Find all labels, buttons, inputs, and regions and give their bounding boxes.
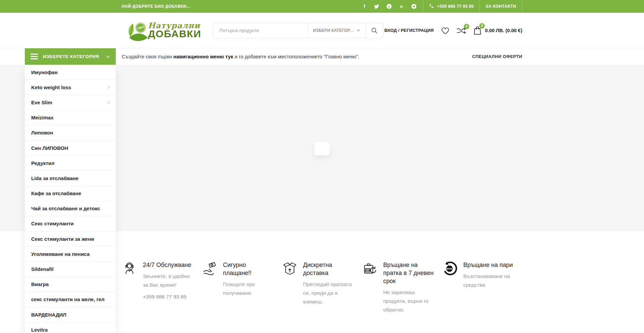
svg-text:in: in	[400, 5, 403, 8]
feature-title: 24/7 Обслужване	[143, 261, 196, 269]
site-header: 100% Натурални ДОБАВКИ ИЗБЕРИ КАТЕГОР...	[0, 13, 644, 48]
contacts-link[interactable]: ЗА КОНТАКТИ	[479, 0, 522, 13]
sidebar-item-label: секс стимуланти на желе, гел	[31, 296, 110, 302]
logo-leaf-icon: 100%	[122, 20, 150, 41]
login-register-link[interactable]: ВХОД / РЕГИСТРАЦИЯ	[384, 28, 434, 33]
sidebar-item-label: Meizimax	[31, 115, 110, 120]
feature-title: Сигурно плащане!!	[223, 261, 276, 277]
menu-notice-post: и го добавете към местоположението "Глав…	[233, 54, 359, 59]
feature-title: Връщане на пари	[463, 261, 516, 269]
sidebar-category-item[interactable]: Редуктил	[25, 156, 116, 171]
feature-discreet-delivery: Дискретна доставка Прегледай пратката си…	[282, 261, 362, 314]
feature-text: Звъннете, в удобно за Вас време!	[143, 272, 196, 289]
secure-payment-icon	[202, 261, 217, 276]
feature-text: Плащате при получаване.	[223, 280, 276, 297]
pinterest-icon[interactable]: p	[386, 4, 392, 9]
sidebar-item-label: Син ЛИПОВОН	[31, 145, 110, 151]
feature-phone-number: +359 886 77 93 85	[143, 294, 196, 300]
money-back-icon: BGN	[442, 261, 458, 276]
sidebar-item-label: Eve Slim	[31, 100, 107, 105]
sidebar-category-item[interactable]: Кафе за отслабване	[25, 186, 116, 201]
telegram-icon[interactable]	[411, 4, 417, 9]
sidebar-category-item[interactable]: Син ЛИПОВОН	[25, 141, 116, 156]
sidebar-category-item[interactable]: Keto weight loss	[25, 80, 116, 95]
loading-placeholder	[314, 142, 330, 155]
sidebar-category-item[interactable]: Виагра	[25, 277, 116, 292]
feature-title: Връщане на пратка в 7 дневен срок	[383, 261, 436, 285]
sidebar-category-item[interactable]: Уголемяване на пениса	[25, 246, 116, 262]
svg-text:p: p	[388, 5, 390, 8]
search-button[interactable]	[365, 23, 383, 38]
topbar-phone[interactable]: +359 886 77 93 85	[423, 0, 480, 13]
category-menu-header[interactable]: ИЗБЕРЕТЕ КАТЕГОРИЯ	[25, 48, 116, 65]
feature-title: Дискретна доставка	[303, 261, 356, 277]
menu-notice-link[interactable]: навигационно меню тук	[173, 54, 233, 59]
sidebar-category-item[interactable]: Чай за отслабване и детокс	[25, 201, 116, 216]
sidebar-category-item[interactable]: Имунофан	[25, 65, 116, 80]
topbar: НАЙ-ДОБРИТЕ БИО ДОБАВКИ... p in	[0, 0, 644, 13]
topbar-phone-number: +359 886 77 93 85	[437, 4, 474, 9]
heart-icon	[441, 26, 450, 35]
announcement-text: НАЙ-ДОБРИТЕ БИО ДОБАВКИ...	[122, 0, 190, 13]
chevron-down-icon	[357, 29, 360, 32]
wishlist-button[interactable]	[441, 26, 450, 35]
feature-text: Прегледай пратката си, преди да я вземеш…	[303, 280, 356, 306]
discreet-delivery-icon	[282, 261, 298, 276]
site-logo[interactable]: 100% Натурални ДОБАВКИ	[122, 20, 201, 41]
hamburger-icon	[31, 54, 38, 59]
category-select-label: ИЗБЕРИ КАТЕГОР...	[313, 28, 353, 33]
feature-text: Възстановяване на средства	[463, 272, 516, 289]
sidebar-item-label: Имунофан	[31, 69, 110, 75]
sidebar-category-item[interactable]: Meizimax	[25, 110, 116, 125]
phone-icon	[429, 3, 434, 9]
sidebar-item-label: Чай за отслабване и детокс	[31, 206, 110, 211]
menu-notice-pre: Създайте своя първи	[122, 54, 173, 59]
sidebar-category-item[interactable]: Lida за отслабване	[25, 171, 116, 186]
sidebar-item-label: Редуктил	[31, 160, 110, 166]
product-search: ИЗБЕРИ КАТЕГОР...	[213, 23, 383, 38]
compare-button[interactable]: 0	[456, 26, 466, 35]
sidebar-category-item[interactable]: Eve Slim	[25, 95, 116, 110]
cart-total: 0.00 ЛВ. (0.00 €)	[485, 28, 522, 33]
sidebar-item-label: Виагра	[31, 281, 110, 287]
search-icon	[371, 27, 378, 34]
category-list: Имунофан Keto weight loss Eve Slim Meizi…	[25, 65, 116, 333]
cart-button[interactable]: 0	[473, 26, 482, 35]
sidebar-item-label: Lida за отслабване	[31, 175, 110, 181]
category-select[interactable]: ИЗБЕРИ КАТЕГОР...	[308, 23, 365, 38]
twitter-icon[interactable]	[374, 4, 379, 9]
menu-notice: Създайте своя първи навигационно меню ту…	[122, 54, 359, 59]
linkedin-icon[interactable]: in	[399, 4, 404, 9]
sidebar-category-item[interactable]: Levitra	[25, 322, 116, 333]
chevron-down-icon	[106, 55, 110, 58]
cart-count-badge: 0	[479, 23, 485, 29]
support-agent-icon	[122, 261, 137, 276]
sidebar-item-label: Секс стимуланти за жени	[31, 236, 110, 242]
logo-title-bold: ДОБАВКИ	[148, 29, 201, 39]
feature-support: 24/7 Обслужване Звъннете, в удобно за Ва…	[122, 261, 202, 314]
sidebar-category-item[interactable]: Секс стимуланти	[25, 216, 116, 231]
logo-title-script: Натурални	[148, 22, 201, 29]
sidebar-item-label: Keto weight loss	[31, 85, 107, 90]
sidebar-item-label: ВАРДЕНАДИЛ	[31, 312, 110, 318]
sidebar-category-item[interactable]: ВАРДЕНАДИЛ	[25, 307, 116, 322]
sidebar-item-label: Levitra	[31, 327, 110, 333]
category-sidebar: ИЗБЕРЕТЕ КАТЕГОРИЯ Имунофан Keto weight …	[25, 48, 116, 333]
sidebar-category-item[interactable]: Липовон	[25, 125, 116, 141]
feature-secure-payment: Сигурно плащане!! Плащате при получаване…	[202, 261, 282, 314]
facebook-icon[interactable]	[362, 4, 367, 9]
category-menu-title: ИЗБЕРЕТЕ КАТЕГОРИЯ	[43, 54, 101, 59]
sidebar-item-label: Sildenafil	[31, 266, 110, 272]
chevron-right-icon	[107, 101, 110, 104]
sidebar-item-label: Уголемяване на пениса	[31, 251, 110, 257]
sidebar-item-label: Кафе за отслабване	[31, 190, 110, 196]
sidebar-category-item[interactable]: Секс стимуланти за жени	[25, 231, 116, 246]
search-input[interactable]	[213, 23, 308, 38]
special-offers-link[interactable]: СПЕЦИАЛНИ ОФЕРТИ	[472, 54, 522, 59]
compare-count-badge: 0	[464, 24, 469, 29]
sidebar-category-item[interactable]: секс стимуланти на желе, гел	[25, 292, 116, 307]
feature-money-back: BGN Връщане на пари Възстановяване на ср…	[442, 261, 522, 314]
sidebar-category-item[interactable]: Sildenafil	[25, 262, 116, 277]
return-parcel-icon	[362, 261, 377, 276]
feature-text: Не харесваш продукта, върни го обратно.	[383, 288, 436, 314]
